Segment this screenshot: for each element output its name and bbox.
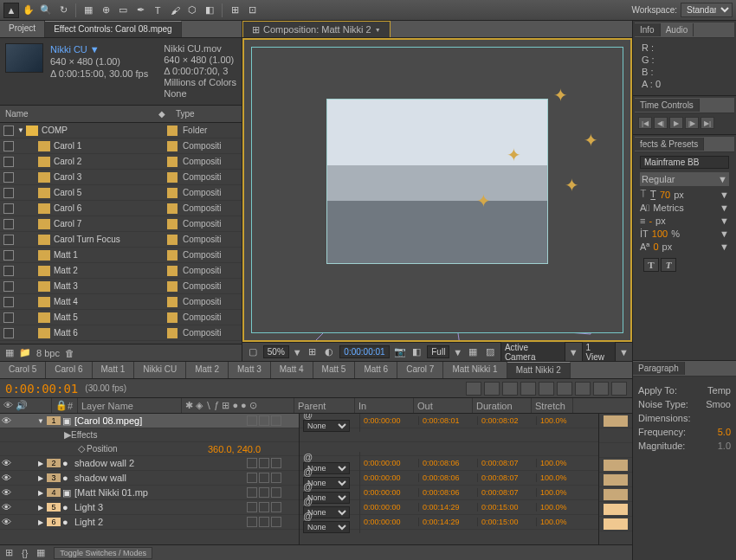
project-row[interactable]: Matt 4 Compositi <box>0 294 242 310</box>
light-gizmo[interactable]: ✦ <box>565 175 579 196</box>
zoom-tool[interactable]: 🔍 <box>38 3 54 18</box>
selection-tool[interactable]: ▲ <box>3 3 19 18</box>
out-time[interactable]: 0:00:08:06 <box>419 473 478 482</box>
track-bar[interactable] <box>599 517 632 531</box>
timeline-tab[interactable]: Matt 3 <box>229 362 271 378</box>
timeline-tab[interactable]: Carol 6 <box>46 362 92 378</box>
layer-name[interactable]: Light 2 <box>73 517 247 527</box>
project-row[interactable]: ▼ COMP Folder <box>0 123 242 138</box>
color-swatch[interactable] <box>167 219 178 229</box>
visibility-toggle[interactable]: 👁 <box>0 487 12 498</box>
color-swatch[interactable] <box>167 297 178 307</box>
project-list[interactable]: ▼ COMP Folder Carol 1 Compositi Carol 2 … <box>0 123 242 344</box>
expand-toggle[interactable]: ▶ <box>36 489 45 497</box>
expand-toggle[interactable]: ▶ <box>36 504 45 512</box>
light-gizmo[interactable]: ✦ <box>553 85 568 106</box>
project-row[interactable]: Carol Turn Focus Compositi <box>0 232 242 248</box>
light-gizmo[interactable]: ✦ <box>476 190 491 211</box>
hand-tool[interactable]: ✋ <box>21 3 36 18</box>
grid-icon[interactable]: ⊞ <box>306 345 320 359</box>
timeline-tab[interactable]: Matt 6 <box>355 362 397 378</box>
duration[interactable]: 0:00:08:02 <box>478 416 537 425</box>
layer-row[interactable]: 👁 ▶ 5 ● Light 3 <box>0 500 299 515</box>
timeline-tab[interactable]: Carol 7 <box>397 362 443 378</box>
timeline-tab[interactable]: Matt Nikki 2 <box>507 362 571 378</box>
timeline-tab[interactable]: Carol 5 <box>0 362 46 378</box>
label-checkbox[interactable] <box>3 126 14 136</box>
snapshot-icon[interactable]: 📷 <box>393 345 407 359</box>
composition-tab[interactable]: ⊞ Composition: Matt Nikki 2 ▼ <box>242 21 391 37</box>
tl-icon[interactable] <box>539 382 554 396</box>
effect-controls-tab[interactable]: Effect Controls: Carol 08.mpeg <box>45 21 182 37</box>
label-checkbox[interactable] <box>3 157 14 167</box>
out-time[interactable]: 0:00:08:06 <box>419 459 478 467</box>
expand-toggle[interactable]: ▶ <box>36 518 45 526</box>
out-time[interactable]: 0:00:14:29 <box>419 503 478 512</box>
project-row[interactable]: Carol 2 Compositi <box>0 154 242 170</box>
channel-icon[interactable]: ◧ <box>410 345 423 359</box>
label-checkbox[interactable] <box>3 250 14 261</box>
color-swatch[interactable] <box>167 328 178 338</box>
flowchart-icon[interactable]: ⊞ <box>252 24 260 35</box>
track-bar[interactable] <box>599 458 632 473</box>
tl-icon[interactable] <box>466 382 481 396</box>
tl-icon[interactable] <box>593 382 609 396</box>
label-checkbox[interactable] <box>3 172 14 183</box>
label-checkbox[interactable] <box>3 328 14 338</box>
effects-presets-tab[interactable]: fects & Presets <box>635 138 704 151</box>
stretch[interactable]: 100.0% <box>537 459 578 467</box>
expand-toggle[interactable]: ▼ <box>36 417 45 425</box>
parent-pickwhip[interactable]: @ <box>303 511 313 521</box>
interpret-icon[interactable]: ▦ <box>5 347 14 358</box>
project-row[interactable]: Matt 1 Compositi <box>0 248 242 263</box>
project-row[interactable]: Carol 6 Compositi <box>0 201 242 216</box>
first-frame-button[interactable]: |◀ <box>638 117 652 129</box>
label-checkbox[interactable] <box>3 297 14 307</box>
light-gizmo[interactable]: ✦ <box>507 145 521 165</box>
composition-viewer[interactable]: ✦ ✦ ✦ ✦ ✦ <box>242 38 632 342</box>
label-checkbox[interactable] <box>3 266 14 276</box>
tl-toggle-icon[interactable]: ▦ <box>36 547 45 558</box>
type-tool[interactable]: T <box>150 3 165 18</box>
visibility-toggle[interactable]: 👁 <box>0 458 12 468</box>
expand-toggle[interactable]: ▶ <box>36 474 45 482</box>
tl-icon[interactable] <box>611 382 627 396</box>
in-time[interactable]: 0:00:00:00 <box>360 416 419 425</box>
footage-layer[interactable] <box>326 99 549 264</box>
color-swatch[interactable] <box>167 172 178 183</box>
roi-icon[interactable]: ▦ <box>466 345 480 359</box>
color-swatch[interactable] <box>167 250 178 261</box>
color-swatch[interactable] <box>167 141 178 151</box>
asset-name[interactable]: Nikki CU ▼ <box>50 43 157 55</box>
track-bar[interactable] <box>599 414 632 428</box>
color-swatch[interactable] <box>167 235 178 245</box>
color-swatch[interactable] <box>167 312 178 323</box>
duration[interactable]: 0:00:08:07 <box>478 459 537 467</box>
camera-select[interactable]: Active Camera <box>500 341 565 364</box>
visibility-toggle[interactable]: 👁 <box>0 415 12 426</box>
camera-tool[interactable]: ▦ <box>81 3 96 18</box>
tl-icon[interactable] <box>557 382 572 396</box>
layer-name[interactable]: shadow wall <box>73 473 247 483</box>
parent-pickwhip[interactable]: @ <box>303 467 313 477</box>
audio-tab[interactable]: Audio <box>661 23 694 36</box>
timeline-tab[interactable]: Matt 4 <box>271 362 313 378</box>
duration[interactable]: 0:00:15:00 <box>478 503 537 512</box>
track-bar[interactable] <box>599 502 632 517</box>
label-checkbox[interactable] <box>3 219 14 229</box>
stretch[interactable]: 100.0% <box>537 473 578 482</box>
color-swatch[interactable] <box>167 188 178 198</box>
label-checkbox[interactable] <box>3 235 14 245</box>
layer-row[interactable]: 👁 ▶ 3 ● shadow wall <box>0 471 299 486</box>
layer-name[interactable]: Light 3 <box>73 502 247 512</box>
color-swatch[interactable] <box>167 203 178 214</box>
layer-row[interactable]: 👁 ▶ 4 ▣ [Matt Nikki 01.mp <box>0 486 299 500</box>
color-swatch[interactable] <box>167 266 178 276</box>
project-row[interactable]: Matt 2 Compositi <box>0 263 242 279</box>
zoom-select[interactable]: 50% <box>263 345 289 358</box>
tl-toggle-icon[interactable]: ⊞ <box>5 547 13 558</box>
tl-icon[interactable] <box>502 382 518 396</box>
project-row[interactable]: Matt 5 Compositi <box>0 310 242 325</box>
timeline-tab[interactable]: Matt 1 <box>93 362 135 378</box>
timeline-tab[interactable]: Nikki CU <box>134 362 186 378</box>
